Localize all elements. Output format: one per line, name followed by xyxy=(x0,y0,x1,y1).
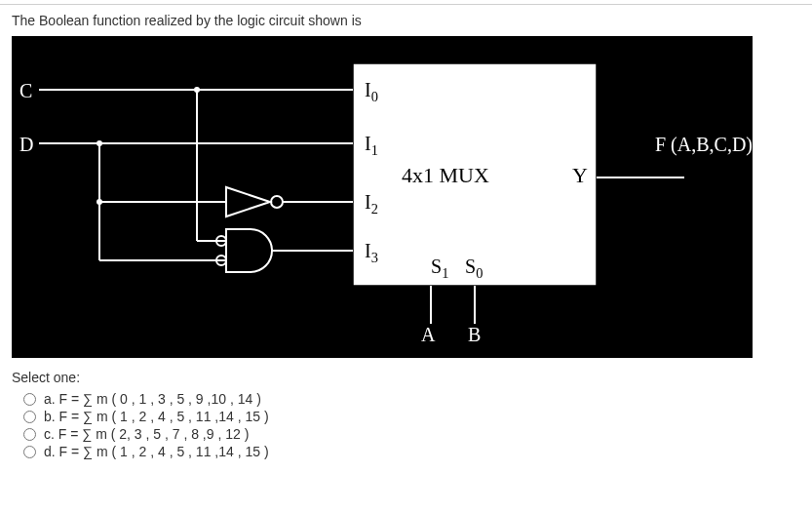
radio-a[interactable] xyxy=(23,393,36,406)
label-sel-a: A xyxy=(421,324,435,346)
circuit-svg xyxy=(12,36,753,358)
radio-c[interactable] xyxy=(23,428,36,441)
radio-d[interactable] xyxy=(23,446,36,458)
label-i3: I3 xyxy=(365,240,378,266)
answers-title: Select one: xyxy=(12,370,800,385)
option-d[interactable]: d. F = ∑ m ( 1 , 2 , 4 , 5 , 11 ,14 , 15… xyxy=(23,444,800,459)
label-mux-y: Y xyxy=(572,163,588,188)
option-a-label: a. F = ∑ m ( 0 , 1 , 3 , 5 , 9 ,10 , 14 … xyxy=(44,391,261,407)
option-c-label: c. F = ∑ m ( 2, 3 , 5 , 7 , 8 ,9 , 12 ) xyxy=(44,426,249,442)
logic-diagram: C D I0 I1 I2 I3 4x1 MUX Y S1 S0 A B F (A… xyxy=(12,36,753,358)
label-i0: I0 xyxy=(365,79,378,105)
label-sel-b: B xyxy=(468,324,481,346)
label-i2: I2 xyxy=(365,191,378,217)
label-i1: I1 xyxy=(365,133,378,159)
radio-b[interactable] xyxy=(23,411,36,423)
svg-point-22 xyxy=(97,199,102,205)
label-input-d: D xyxy=(19,134,33,156)
answers-block: Select one: a. F = ∑ m ( 0 , 1 , 3 , 5 ,… xyxy=(0,370,812,459)
option-d-label: d. F = ∑ m ( 1 , 2 , 4 , 5 , 11 ,14 , 15… xyxy=(44,444,269,459)
label-input-c: C xyxy=(19,80,32,102)
svg-marker-5 xyxy=(226,187,270,217)
svg-point-21 xyxy=(97,140,102,146)
svg-point-20 xyxy=(194,87,200,93)
option-b-label: b. F = ∑ m ( 1 , 2 , 4 , 5 , 11 ,14 , 15… xyxy=(44,409,269,424)
option-a[interactable]: a. F = ∑ m ( 0 , 1 , 3 , 5 , 9 ,10 , 14 … xyxy=(23,391,800,407)
option-b[interactable]: b. F = ∑ m ( 1 , 2 , 4 , 5 , 11 ,14 , 15… xyxy=(23,409,800,424)
top-divider xyxy=(0,4,812,5)
label-mux-name: 4x1 MUX xyxy=(402,163,489,188)
option-c[interactable]: c. F = ∑ m ( 2, 3 , 5 , 7 , 8 ,9 , 12 ) xyxy=(23,426,800,442)
label-s1: S1 xyxy=(431,256,448,282)
label-output: F (A,B,C,D) xyxy=(655,134,753,156)
question-text: The Boolean function realized by the log… xyxy=(0,13,812,36)
label-s0: S0 xyxy=(465,256,483,282)
